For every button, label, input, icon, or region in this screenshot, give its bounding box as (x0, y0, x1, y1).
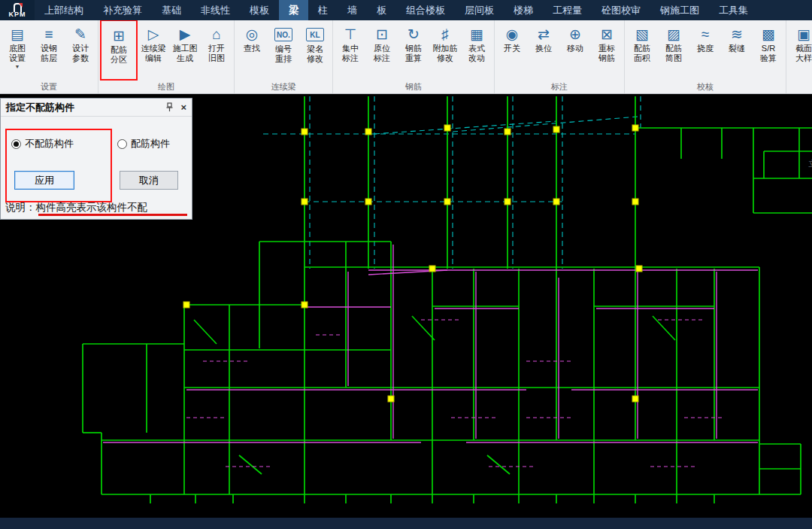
menubar: KPM 上部结构补充验算基础非线性模板梁柱墙板组合楼板层间板楼梯工程量砼图校审钢… (0, 0, 812, 20)
find-button[interactable]: ◎查找 (236, 21, 268, 56)
in-situ-annotation-button[interactable]: ⊡原位标注 (366, 21, 398, 65)
find-icon: ◎ (242, 25, 262, 44)
column-node-marker[interactable] (301, 302, 308, 308)
column-node-marker[interactable] (553, 126, 559, 132)
additional-rebar-modify-button[interactable]: ♯附加筋修改 (429, 21, 461, 65)
column-node-marker[interactable] (301, 129, 308, 135)
close-icon[interactable]: × (180, 102, 186, 112)
pin-icon[interactable] (165, 102, 174, 112)
column-node-marker[interactable] (388, 396, 394, 402)
ribbon-group-label-continuous-beam: 连续梁 (236, 81, 331, 93)
tab-beam[interactable]: 梁 (279, 0, 308, 20)
swap-icon: ⇄ (534, 25, 553, 44)
column-node-marker[interactable] (365, 129, 371, 135)
deflection-button[interactable]: ≈挠度 (689, 21, 721, 56)
radio-unreinforced-label: 不配筋构件 (25, 137, 74, 150)
re-annotate-rebar-label: 重标 (598, 44, 615, 53)
move-label: 移动 (567, 44, 583, 53)
panel-title: 指定不配筋构件 (6, 101, 74, 114)
continuous-beam-edit-button[interactable]: ▷连续梁编辑 (138, 21, 169, 65)
section-detail-button[interactable]: ▣截面大样 (788, 21, 812, 65)
column-node-marker[interactable] (444, 199, 450, 205)
table-format-icon: ▦ (467, 25, 486, 44)
rebar-diagram-label: 简图 (665, 53, 682, 63)
swap-position-button[interactable]: ⇄换位 (528, 21, 559, 56)
tab-slab[interactable]: 板 (367, 0, 396, 20)
rebar-diagram-label: 配筋 (665, 44, 682, 53)
additional-rebar-modify-label: 附加筋 (433, 44, 458, 53)
grid-axis-line (374, 121, 556, 134)
rebar-area-button[interactable]: ▧配筋面积 (626, 21, 658, 65)
radio-reinforced-member[interactable]: 配筋构件 (117, 137, 170, 150)
apply-button[interactable]: 应用 (14, 171, 74, 190)
in-situ-annotation-icon: ⊡ (372, 25, 392, 44)
concentrated-annotation-button[interactable]: ⊤集中标注 (335, 21, 366, 65)
renumber-button[interactable]: NO.编号重排 (268, 21, 299, 66)
column-node-marker[interactable] (444, 125, 450, 131)
beam-name-modify-button[interactable]: KL梁名修改 (299, 21, 331, 66)
column-node-marker[interactable] (632, 125, 638, 131)
tab-wall[interactable]: 墙 (338, 0, 367, 20)
tab-supplementary-check[interactable]: 补充验算 (93, 0, 152, 20)
rebar-diagram-icon: ▨ (664, 25, 683, 44)
re-annotate-rebar-button[interactable]: ⊠重标钢筋 (591, 21, 623, 65)
move-icon: ⊕ (565, 25, 585, 44)
tab-steel-drawing[interactable]: 钢施工图 (650, 0, 709, 20)
in-situ-annotation-label: 标注 (374, 53, 390, 63)
grid-axis-line (453, 117, 638, 132)
sr-check-button[interactable]: ▩S/R验算 (753, 21, 784, 65)
crack-button[interactable]: ≋裂缝 (721, 21, 753, 56)
tab-upper-structure[interactable]: 上部结构 (35, 0, 93, 20)
base-map-settings-button[interactable]: ▤底图设置▼ (2, 21, 33, 72)
toggle-button[interactable]: ◉开关 (496, 21, 528, 56)
beam-name-icon: KL (306, 28, 324, 41)
design-parameters-button[interactable]: ✎设计参数 (65, 21, 96, 65)
rebar-diagram-button[interactable]: ▨配筋简图 (658, 21, 689, 65)
column-node-marker[interactable] (429, 266, 435, 272)
in-situ-annotation-label: 原位 (374, 44, 390, 53)
radio-unreinforced-member[interactable]: 不配筋构件 (11, 137, 74, 150)
tab-interlayer-slab[interactable]: 层间板 (455, 0, 504, 20)
panel-title-bar[interactable]: 指定不配筋构件 × (1, 99, 192, 117)
ribbon-group-label-annotation: 标注 (496, 81, 623, 93)
column-node-marker[interactable] (632, 199, 638, 205)
tab-foundation[interactable]: 基础 (152, 0, 191, 20)
cancel-button[interactable]: 取消 (120, 171, 178, 190)
rebar-layer-settings-button[interactable]: ≡设钢筋层 (33, 21, 65, 65)
pkpm-logo[interactable]: KPM (0, 0, 35, 20)
column-node-marker[interactable] (365, 199, 371, 205)
drawing-generate-button[interactable]: ▶施工图生成 (169, 21, 201, 65)
move-button[interactable]: ⊕移动 (559, 21, 591, 56)
tab-nonlinear[interactable]: 非线性 (191, 0, 240, 20)
tab-composite-slab[interactable]: 组合楼板 (396, 0, 455, 20)
ribbon-group-annotation: ◉开关⇄换位⊕移动⊠重标钢筋标注 (495, 20, 625, 93)
continuous-beam-edit-label: 编辑 (145, 53, 162, 63)
rebar-zoning-button[interactable]: ⊞配筋分区 (103, 23, 135, 78)
tab-column[interactable]: 柱 (308, 0, 338, 20)
ribbon-group-drawing: ⊞配筋分区▷连续梁编辑▶施工图生成⌂打开旧图绘图 (98, 20, 235, 93)
open-old-drawing-label: 打开 (208, 44, 225, 53)
column-node-marker[interactable] (504, 129, 511, 135)
tab-concrete-drawing-review[interactable]: 砼图校审 (592, 0, 650, 20)
renumber-label: 编号 (275, 44, 292, 54)
beam-wall-line (194, 320, 217, 344)
pkpm-logo-icon (12, 3, 23, 11)
rebar-zoning-label: 配筋 (111, 45, 127, 55)
column-node-marker[interactable] (632, 396, 638, 402)
tab-toolkit[interactable]: 工具集 (709, 0, 758, 20)
table-format-change-button[interactable]: ▦表式改动 (461, 21, 492, 65)
rebar-recalculate-label: 重算 (405, 53, 422, 63)
column-node-marker[interactable] (504, 199, 511, 205)
chevron-down-icon: ▼ (15, 64, 20, 70)
column-node-marker[interactable] (636, 266, 642, 272)
open-old-drawing-button[interactable]: ⌂打开旧图 (201, 21, 232, 65)
column-node-marker[interactable] (183, 302, 189, 308)
tab-formwork[interactable]: 模板 (240, 0, 279, 20)
rebar-recalculate-button[interactable]: ↻钢筋重算 (398, 21, 429, 65)
column-node-marker[interactable] (301, 199, 308, 205)
ribbon-toolbar: ▤底图设置▼≡设钢筋层✎设计参数设置⊞配筋分区▷连续梁编辑▶施工图生成⌂打开旧图… (0, 20, 812, 94)
column-node-marker[interactable] (553, 199, 559, 205)
tab-stairs[interactable]: 楼梯 (504, 0, 543, 20)
panel-note: 说明：构件高亮表示该构件不配 (5, 201, 147, 214)
tab-quantities[interactable]: 工程量 (543, 0, 592, 20)
